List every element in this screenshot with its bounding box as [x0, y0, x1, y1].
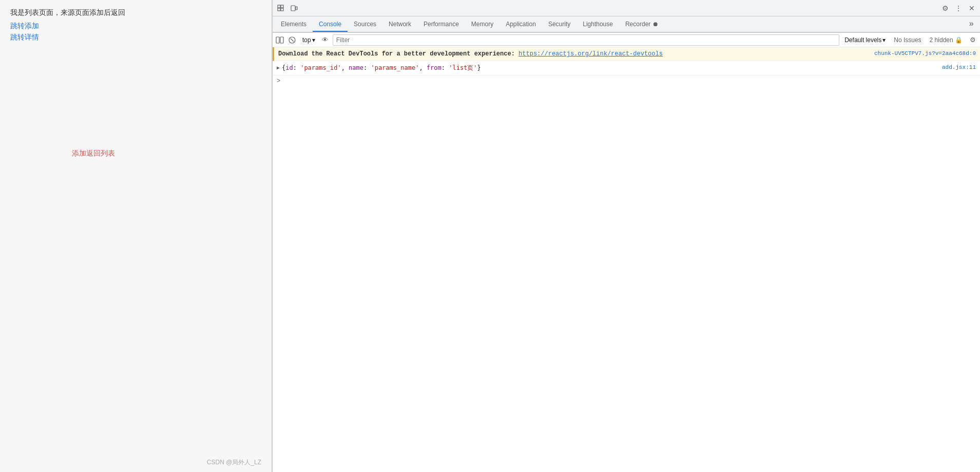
page-description: 我是列表页面，来源页面添加后返回	[10, 8, 261, 17]
tab-lighthouse[interactable]: Lighthouse	[577, 17, 619, 32]
issues-hidden-icon: 🔒	[955, 36, 963, 44]
console-prompt: >	[273, 75, 980, 87]
react-devtools-link[interactable]: https://reactjs.org/link/react-devtools	[518, 50, 663, 58]
devtools-tabs: Elements Console Sources Network Perform…	[273, 16, 980, 33]
tab-sources[interactable]: Sources	[348, 17, 382, 32]
console-message-log: ▶ {id: 'params_id', name: 'params_name',…	[273, 61, 980, 75]
devtools-top-toolbar: ⚙ ⋮ ✕	[273, 0, 980, 16]
tab-recorder[interactable]: Recorder ⏺	[619, 17, 665, 32]
console-message-content: Download the React DevTools for a better…	[278, 49, 870, 59]
tab-memory[interactable]: Memory	[465, 17, 499, 32]
log-source[interactable]: add.jsx:11	[942, 63, 976, 72]
warning-bold-text: Download the React DevTools for a better…	[278, 50, 518, 58]
chevron-down-icon-levels: ▾	[882, 36, 886, 44]
filter-input[interactable]	[336, 35, 836, 45]
context-label: top	[302, 36, 311, 44]
context-selector[interactable]: top ▾	[299, 35, 318, 45]
default-levels-button[interactable]: Default levels ▾	[841, 35, 889, 45]
console-settings-icon[interactable]: ⚙	[968, 35, 978, 45]
tab-security[interactable]: Security	[542, 17, 577, 32]
filter-wrapper	[333, 34, 840, 46]
watermark: CSDN @局外人_LZ	[207, 458, 261, 467]
settings-icon[interactable]: ⚙	[939, 2, 951, 14]
clear-console-icon[interactable]	[287, 35, 297, 45]
sidebar-toggle-icon[interactable]	[275, 35, 285, 45]
no-issues-badge: No Issues	[891, 35, 924, 45]
svg-rect-7	[280, 37, 283, 43]
svg-rect-6	[276, 37, 279, 43]
link-add[interactable]: 跳转添加	[10, 22, 261, 31]
console-output: Download the React DevTools for a better…	[273, 47, 980, 472]
more-options-icon[interactable]: ⋮	[952, 2, 965, 14]
inspect-element-icon[interactable]	[275, 2, 287, 14]
console-log-content: {id: 'params_id', name: 'params_name', f…	[282, 63, 938, 73]
link-detail[interactable]: 跳转详情	[10, 33, 261, 42]
tab-elements[interactable]: Elements	[275, 17, 313, 32]
svg-rect-0	[278, 5, 280, 8]
red-text: 添加返回列表	[72, 149, 115, 158]
live-expressions-icon[interactable]: 👁	[320, 35, 331, 45]
tab-performance[interactable]: Performance	[417, 17, 465, 32]
issues-hidden-badge: 2 hidden 🔒	[927, 35, 966, 45]
object-preview: {id: 'params_id', name: 'params_name', f…	[282, 64, 481, 71]
warning-source[interactable]: chunk-UV5CTPV7.js?v=2aa4c68d:9	[874, 49, 976, 58]
default-levels-label: Default levels	[844, 36, 881, 44]
svg-rect-4	[291, 6, 295, 11]
expand-object-icon[interactable]: ▶	[277, 64, 280, 72]
console-message-devtools-warning: Download the React DevTools for a better…	[273, 47, 980, 61]
tab-network[interactable]: Network	[382, 17, 417, 32]
more-tabs-icon[interactable]: »	[965, 16, 978, 32]
devtools-panel: ⚙ ⋮ ✕ Elements Console Sources Network P…	[272, 0, 980, 472]
svg-rect-1	[278, 8, 280, 11]
page-content: 我是列表页面，来源页面添加后返回 跳转添加 跳转详情 添加返回列表 CSDN @…	[0, 0, 272, 472]
svg-rect-5	[296, 7, 297, 10]
close-devtools-icon[interactable]: ✕	[966, 2, 978, 14]
tab-application[interactable]: Application	[499, 17, 542, 32]
console-toolbar: top ▾ 👁 Default levels ▾ No Issues 2 hid…	[273, 33, 980, 47]
svg-rect-2	[281, 5, 283, 8]
chevron-down-icon: ▾	[312, 36, 315, 44]
svg-rect-3	[281, 8, 283, 11]
device-toolbar-icon[interactable]	[288, 2, 300, 14]
svg-line-9	[291, 39, 294, 42]
prompt-arrow-icon: >	[277, 78, 280, 85]
tab-console[interactable]: Console	[313, 17, 348, 32]
